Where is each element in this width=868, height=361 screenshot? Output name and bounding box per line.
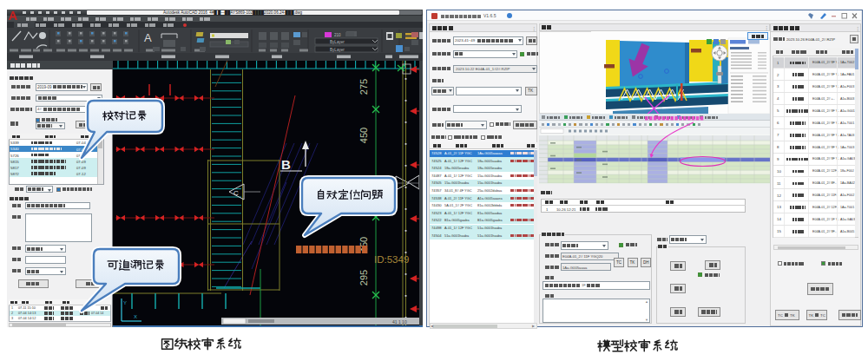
- svg-text:B: B: [281, 157, 291, 172]
- svg-text:X: X: [134, 314, 137, 319]
- svg-text:ByLayer: ByLayer: [330, 40, 345, 44]
- svg-text:210: 210: [334, 33, 341, 37]
- svg-text:450: 450: [358, 128, 369, 143]
- svg-text:ID:5349: ID:5349: [374, 254, 409, 265]
- svg-text:C: C: [233, 189, 239, 197]
- svg-text:295: 295: [358, 270, 369, 286]
- svg-text:A: A: [144, 31, 152, 44]
- svg-text:275: 275: [358, 79, 369, 95]
- svg-text:ByLayer: ByLayer: [330, 48, 345, 52]
- svg-text:41 1 10: 41 1 10: [392, 319, 407, 325]
